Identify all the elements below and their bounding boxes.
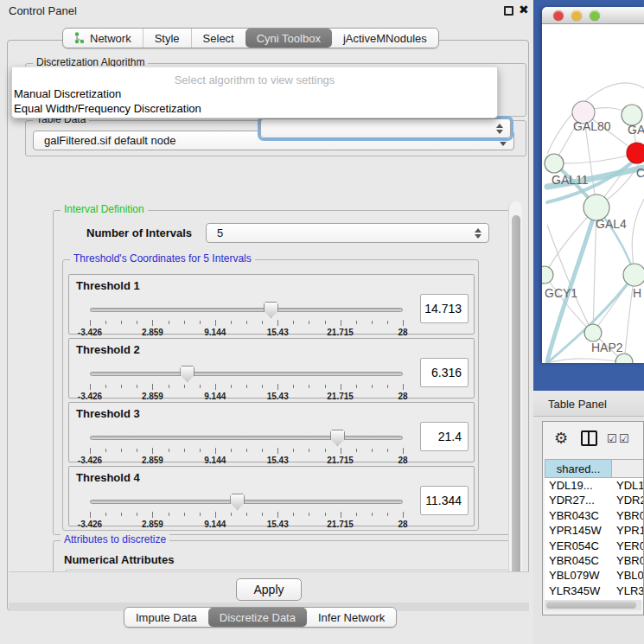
threshold-panel: Threshold 4-3.4262.8599.14415.4321.71528… (68, 466, 475, 526)
table-row[interactable]: YER054CYER0 (545, 539, 644, 553)
table-row[interactable]: YDL19...YDL1 (545, 478, 644, 493)
table-cell: YDR27... (545, 493, 612, 507)
tab-jactivemnodules[interactable]: jActiveMNodules (332, 29, 438, 48)
threshold-value-field[interactable]: 21.4 (420, 422, 469, 451)
float-window-icon[interactable] (504, 6, 513, 16)
tick-mark (387, 449, 388, 452)
tick-mark (403, 512, 404, 518)
threshold-panel: Threshold 3-3.4262.8599.14415.4321.71528… (68, 402, 475, 462)
number-of-intervals-combobox[interactable]: 5 (206, 223, 489, 243)
tick-mark (356, 385, 357, 388)
tab-infer-network[interactable]: Infer Network (307, 608, 396, 627)
slider-thumb-icon[interactable] (180, 366, 194, 382)
threshold-slider[interactable]: -3.4262.8599.14415.4321.71528 (90, 301, 403, 334)
slider-thumb-icon[interactable] (264, 302, 278, 318)
network-node[interactable] (542, 266, 553, 284)
numerical-attributes-label: Numerical Attributes (64, 553, 174, 566)
tab-cyni-toolbox[interactable]: Cyni Toolbox (245, 29, 332, 48)
main-vertical-scrollbar[interactable] (508, 201, 522, 608)
table-cell: YBR0 (612, 508, 644, 523)
network-node[interactable] (623, 264, 644, 286)
tick-mark (325, 513, 326, 516)
table-column-header[interactable]: n (612, 459, 644, 478)
network-node[interactable] (627, 143, 644, 163)
threshold-value-field[interactable]: 6.316 (420, 358, 469, 387)
table-cell: YER0 (612, 539, 644, 553)
number-of-intervals-label: Number of Intervals (86, 226, 192, 239)
tick-mark (325, 449, 326, 452)
table-cell: YBR045C (545, 553, 612, 568)
tick-label: 28 (398, 520, 407, 529)
tick-label: -3.426 (78, 328, 102, 337)
network-node-label: GAL80 (573, 119, 611, 133)
table-row[interactable]: YLR345WYLR3 (545, 583, 644, 598)
tab-impute-data[interactable]: Impute Data (124, 608, 208, 627)
tab-network[interactable]: Network (63, 29, 143, 48)
tick-label: 9.144 (204, 328, 226, 337)
apply-row: Apply (9, 571, 529, 611)
tick-mark (246, 449, 247, 452)
tick-mark (215, 384, 216, 390)
network-node[interactable] (615, 354, 633, 363)
tab-discretize-data[interactable]: Discretize Data (208, 608, 307, 627)
table-column-header[interactable]: shared... (545, 459, 612, 478)
checkbox-icon[interactable]: ☑ (607, 432, 617, 445)
tick-mark (231, 321, 232, 324)
tick-mark (152, 448, 153, 454)
close-icon[interactable]: ✖ (519, 3, 529, 16)
table-horizontal-scrollbar[interactable] (545, 600, 641, 610)
tick-mark (387, 321, 388, 324)
tick-mark (293, 385, 294, 388)
tick-mark (246, 513, 247, 516)
threshold-slider[interactable]: -3.4262.8599.14415.4321.71528 (90, 429, 403, 462)
threshold-panel: Threshold 1-3.4262.8599.14415.4321.71528… (68, 274, 475, 335)
close-traffic-light-icon[interactable] (553, 10, 564, 21)
tick-mark (356, 321, 357, 324)
network-window-titlebar (542, 7, 644, 24)
thresholds-group-title: Threshold's Coordinates for 5 Intervals (70, 252, 255, 265)
algorithm-option[interactable]: Manual Discretization (12, 86, 497, 101)
network-canvas[interactable]: GAL80GACGAL11GAL4GCY1HHAP2 (542, 24, 644, 363)
slider-thumb-icon[interactable] (230, 494, 245, 510)
tick-label: 15.43 (267, 392, 289, 401)
network-node[interactable] (545, 154, 564, 173)
tab-style[interactable]: Style (143, 29, 191, 48)
threshold-label: Threshold 1 (76, 279, 140, 292)
tab-select[interactable]: Select (191, 29, 245, 48)
table-cell: YDL19... (545, 478, 612, 493)
threshold-label: Threshold 2 (76, 343, 140, 356)
tick-mark (372, 513, 373, 516)
checkbox-icon[interactable]: ☑ (619, 432, 629, 445)
network-node[interactable] (584, 324, 602, 341)
tick-mark (121, 321, 122, 324)
column-layout-icon[interactable] (581, 430, 597, 446)
tab-label: Select (203, 32, 234, 45)
tick-mark (105, 513, 106, 516)
tick-mark (372, 385, 373, 388)
threshold-value-field[interactable]: 11.344 (420, 486, 469, 515)
slider-tick-labels: -3.4262.8599.14415.4321.71528 (90, 456, 403, 466)
algorithm-option[interactable]: Equal Width/Frequency Discretization (12, 101, 497, 116)
zoom-traffic-light-icon[interactable] (590, 10, 600, 21)
cyni-toolbox-content: Discretization Algorithm Table Data galF… (7, 40, 529, 611)
threshold-slider[interactable]: -3.4262.8599.14415.4321.71528 (90, 365, 403, 398)
tick-mark (184, 321, 185, 324)
threshold-value-field[interactable]: 14.713 (420, 294, 469, 323)
tick-mark (403, 320, 404, 326)
table-row[interactable]: YDR27...YDR2 (545, 493, 644, 507)
table-row[interactable]: YBR043CYBR0 (545, 508, 644, 523)
slider-thumb-icon[interactable] (330, 430, 345, 446)
algorithm-combobox[interactable] (260, 118, 511, 138)
table-data-combobox-value: galFiltered.sif default node (44, 134, 175, 147)
gear-icon[interactable]: ⚙ (554, 429, 568, 448)
apply-button[interactable]: Apply (236, 578, 302, 601)
tab-label: Cyni Toolbox (257, 32, 321, 45)
table-row[interactable]: YBL079WYBL0 (545, 568, 644, 583)
minimize-traffic-light-icon[interactable] (571, 10, 582, 21)
tick-mark (90, 384, 91, 390)
tab-label: Discretize Data (220, 611, 296, 624)
threshold-panel: Threshold 2-3.4262.8599.14415.4321.71528… (68, 338, 475, 399)
table-row[interactable]: YBR045CYBR0 (545, 553, 644, 568)
table-row[interactable]: YPR145WYPR1 (545, 523, 644, 538)
threshold-slider[interactable]: -3.4262.8599.14415.4321.71528 (90, 493, 403, 526)
